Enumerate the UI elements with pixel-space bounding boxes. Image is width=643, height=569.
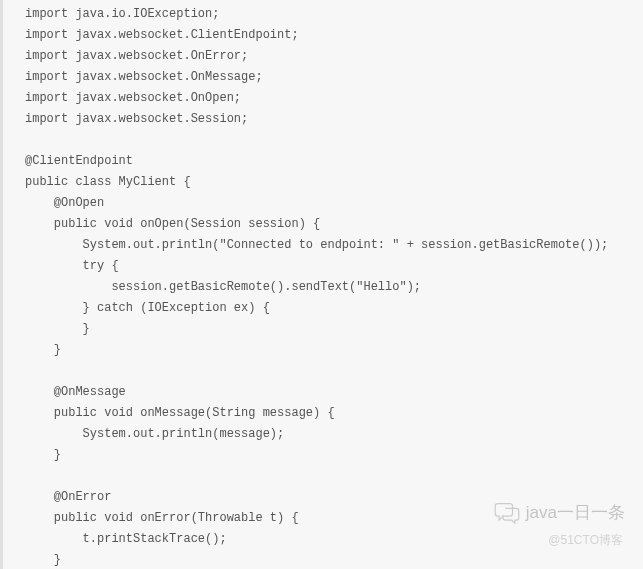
code-line: System.out.println("Connected to endpoin… bbox=[25, 235, 643, 256]
code-block: import java.io.IOException;import javax.… bbox=[0, 0, 643, 569]
code-line: import javax.websocket.OnOpen; bbox=[25, 88, 643, 109]
code-line: public void onMessage(String message) { bbox=[25, 403, 643, 424]
code-line: public class MyClient { bbox=[25, 172, 643, 193]
chat-bubbles-icon bbox=[494, 502, 520, 524]
code-line: @OnOpen bbox=[25, 193, 643, 214]
code-line: session.getBasicRemote().sendText("Hello… bbox=[25, 277, 643, 298]
code-line: } bbox=[25, 445, 643, 466]
code-line: import java.io.IOException; bbox=[25, 4, 643, 25]
code-line: } bbox=[25, 319, 643, 340]
watermark-subtitle: @51CTO博客 bbox=[494, 530, 625, 551]
code-line: @OnMessage bbox=[25, 382, 643, 403]
code-line bbox=[25, 130, 643, 151]
watermark-title: java一日一条 bbox=[526, 498, 625, 528]
code-line: } bbox=[25, 550, 643, 569]
code-line: @ClientEndpoint bbox=[25, 151, 643, 172]
code-line bbox=[25, 466, 643, 487]
code-line: import javax.websocket.Session; bbox=[25, 109, 643, 130]
code-line: import javax.websocket.ClientEndpoint; bbox=[25, 25, 643, 46]
code-line: import javax.websocket.OnError; bbox=[25, 46, 643, 67]
code-line: import javax.websocket.OnMessage; bbox=[25, 67, 643, 88]
watermark: java一日一条 @51CTO博客 bbox=[494, 498, 625, 551]
code-line: public void onOpen(Session session) { bbox=[25, 214, 643, 235]
code-line: System.out.println(message); bbox=[25, 424, 643, 445]
code-line: } bbox=[25, 340, 643, 361]
watermark-main: java一日一条 bbox=[494, 498, 625, 528]
code-line bbox=[25, 361, 643, 382]
code-line: try { bbox=[25, 256, 643, 277]
code-line: } catch (IOException ex) { bbox=[25, 298, 643, 319]
